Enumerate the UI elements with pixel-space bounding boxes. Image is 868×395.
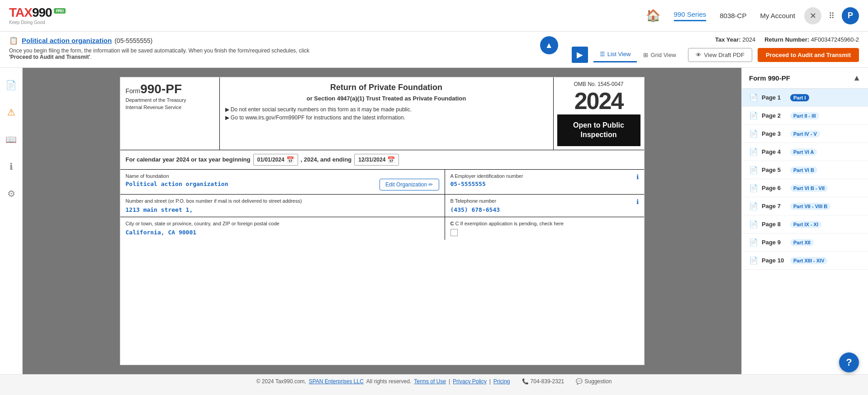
warning-icon[interactable]: ⚠ xyxy=(3,104,19,120)
user-avatar[interactable]: P xyxy=(842,7,859,24)
phone-value: (435) 678-6543 xyxy=(451,206,639,213)
views-toolbar: ☰ List View ⊞ Grid View xyxy=(593,47,683,62)
org-name-link[interactable]: Political action organization xyxy=(22,37,112,44)
form-icon[interactable]: 📄 xyxy=(3,77,19,93)
page-number: Page 5 xyxy=(762,167,787,173)
logo[interactable]: TAX990PRO xyxy=(9,6,66,19)
form-990pf: Form990-PF Department of the Treasury In… xyxy=(120,77,645,365)
proceed-audit-button[interactable]: Proceed to Audit and Transmit xyxy=(758,48,859,62)
info-icon[interactable]: ℹ xyxy=(3,158,19,175)
city-value: California, CA 90001 xyxy=(126,229,439,236)
page-doc-icon: 📄 xyxy=(749,129,758,138)
address-left: Number and street (or P.O. box number if… xyxy=(120,195,445,217)
panel-form-name: Form 990-PF xyxy=(749,74,853,82)
date-start-input[interactable]: 01/01/2024 📅 xyxy=(253,154,298,166)
page-item[interactable]: 📄 Page 3 Part IV - V xyxy=(742,125,868,143)
footer-terms[interactable]: Terms of Use xyxy=(414,378,446,385)
bullet-1: Do not enter social security numbers on … xyxy=(225,106,548,113)
collapse-panel-button[interactable]: ▲ xyxy=(853,73,861,83)
x-button[interactable]: ✕ xyxy=(804,7,821,24)
date-end-input[interactable]: 12/31/2024 📅 xyxy=(354,154,399,166)
subheader-hint: Once you begin filing the form, the info… xyxy=(9,48,317,60)
page-item[interactable]: 📄 Page 1 Part I xyxy=(742,89,868,107)
nav-link-990[interactable]: 990 Series xyxy=(674,10,707,21)
page-number: Page 10 xyxy=(762,257,787,264)
settings-icon[interactable]: ⚙ xyxy=(3,186,19,202)
page-part-badge: Part VI B xyxy=(790,167,817,174)
nav-link-8038[interactable]: 8038-CP xyxy=(720,12,746,19)
page-item[interactable]: 📄 Page 4 Part VI A xyxy=(742,143,868,161)
cal-year-text2: , 2024, and ending xyxy=(301,156,352,163)
footer-rights: All rights reserved. xyxy=(366,378,411,385)
footer-privacy[interactable]: Privacy Policy xyxy=(453,378,487,385)
grid-view-icon: ⊞ xyxy=(643,52,648,58)
page-list: 📄 Page 1 Part I 📄 Page 2 Part II - III 📄… xyxy=(742,89,868,374)
subheader-left: 📋 Political action organization (05-5555… xyxy=(9,36,526,60)
subheader-right: Tax Year: 2024 Return Number: 4F00347245… xyxy=(572,36,859,63)
page-number: Page 6 xyxy=(762,185,787,191)
page-doc-icon: 📄 xyxy=(749,148,758,156)
grid-icon[interactable]: ⠿ xyxy=(829,11,835,21)
page-number: Page 2 xyxy=(762,112,787,119)
page-doc-icon: 📄 xyxy=(749,93,758,102)
grid-view-button[interactable]: ⊞ Grid View xyxy=(637,48,682,62)
footer-phone: 📞 704-839-2321 xyxy=(522,378,564,385)
chevron-up-button[interactable]: ▲ xyxy=(540,36,558,54)
exemption-label: C C If exemption application is pending,… xyxy=(451,221,639,226)
address-label: Number and street (or P.O. box number if… xyxy=(126,198,439,204)
arrow-right-button[interactable]: ▶ xyxy=(572,47,588,63)
dept-line1: Department of the Treasury xyxy=(126,97,214,103)
edit-org-button[interactable]: Edit Organization ✏ xyxy=(379,179,439,190)
help-button[interactable]: ? xyxy=(839,352,859,372)
omb-number: OMB No. 1545-0047 xyxy=(557,81,640,87)
page-item[interactable]: 📄 Page 10 Part XIII - XIV xyxy=(742,252,868,270)
form-header-right: OMB No. 1545-0047 2024 Open to Public In… xyxy=(554,77,644,150)
page-item[interactable]: 📄 Page 8 Part IX - XI xyxy=(742,215,868,233)
footer-pricing[interactable]: Pricing xyxy=(493,378,510,385)
phone-label: B Telephone number ℹ xyxy=(451,198,639,204)
org-ein: (05-5555555) xyxy=(114,37,152,44)
nav-link-account[interactable]: My Account xyxy=(760,12,795,19)
date-start-value: 01/01/2024 xyxy=(257,157,285,163)
list-view-button[interactable]: ☰ List View xyxy=(593,47,637,62)
calendar-year-row: For calendar year 2024 or tax year begin… xyxy=(120,150,644,170)
view-draft-pdf-button[interactable]: 👁 View Draft PDF xyxy=(688,48,752,62)
subheader: 📋 Political action organization (05-5555… xyxy=(0,32,868,68)
foundation-row: Name of foundation Edit Organization ✏ P… xyxy=(120,170,644,195)
date-end-value: 12/31/2024 xyxy=(358,157,385,163)
page-item[interactable]: 📄 Page 7 Part VII - VIII B xyxy=(742,197,868,215)
page-number: Page 8 xyxy=(762,221,787,228)
exemption-checkbox[interactable] xyxy=(451,229,458,236)
page-doc-icon: 📄 xyxy=(749,184,758,192)
page-item[interactable]: 📄 Page 6 Part VI B - VII xyxy=(742,179,868,197)
logo-tax: TAX xyxy=(9,5,32,19)
footer-span-link[interactable]: SPAN Enterprises LLC xyxy=(309,378,364,385)
calendar-icon-end[interactable]: 📅 xyxy=(387,156,395,163)
page-item[interactable]: 📄 Page 5 Part VI B xyxy=(742,161,868,179)
page-number: Page 7 xyxy=(762,203,787,209)
home-icon[interactable]: 🏠 xyxy=(646,9,660,23)
page-part-badge: Part VI A xyxy=(790,148,817,156)
employer-id-value: 05-5555555 xyxy=(451,181,639,187)
right-panel: Form 990-PF ▲ 📄 Page 1 Part I 📄 Page 2 P… xyxy=(741,68,868,374)
phone-info-icon[interactable]: ℹ xyxy=(636,198,639,205)
page-doc-icon: 📄 xyxy=(749,202,758,210)
city-right: C C If exemption application is pending,… xyxy=(445,217,644,240)
logo-tagline: Keep Doing Good xyxy=(9,20,45,25)
page-item[interactable]: 📄 Page 2 Part II - III xyxy=(742,107,868,125)
form-header-left: Form990-PF Department of the Treasury In… xyxy=(120,77,220,150)
year-second: 24 xyxy=(599,88,623,114)
employer-info-icon[interactable]: ℹ xyxy=(636,173,639,181)
list-icon: ☰ xyxy=(600,51,605,57)
page-doc-icon: 📄 xyxy=(749,256,758,265)
year-display: 2024 xyxy=(557,89,640,113)
cal-year-text1: For calendar year 2024 or tax year begin… xyxy=(126,156,251,163)
page-part-badge: Part XII xyxy=(790,239,814,246)
bookmark-icon[interactable]: 📖 xyxy=(3,131,19,148)
page-part-badge: Part IV - V xyxy=(790,130,820,138)
page-item[interactable]: 📄 Page 9 Part XII xyxy=(742,233,868,252)
footer-suggestion[interactable]: 💬 Suggestion xyxy=(576,378,612,385)
calendar-icon-start[interactable]: 📅 xyxy=(286,156,294,163)
logo-pro-badge: PRO xyxy=(54,8,66,14)
page-part-badge: Part I xyxy=(790,94,809,101)
